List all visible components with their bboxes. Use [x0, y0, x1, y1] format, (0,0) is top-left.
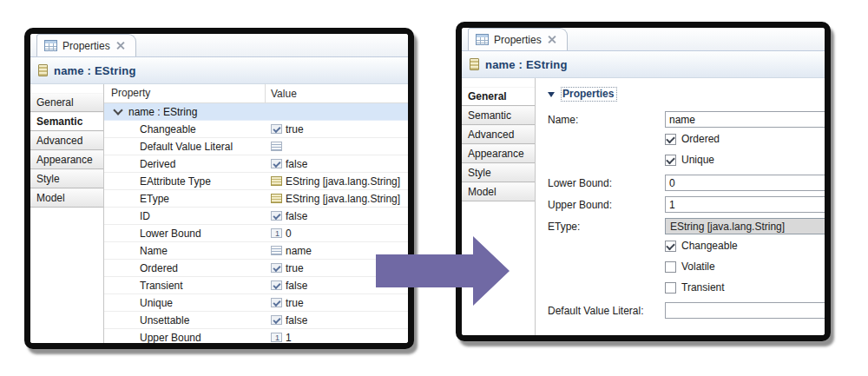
form-field-row: Ordered	[665, 133, 825, 145]
eattribute-icon	[38, 64, 48, 76]
property-value-text: false	[286, 314, 307, 327]
property-value-cell: name	[266, 245, 312, 257]
property-name-cell: Derived	[104, 158, 266, 170]
property-row[interactable]: Transientfalse	[104, 277, 408, 294]
property-row[interactable]: Changeabletrue	[104, 121, 408, 138]
form-field-row: Changeable	[665, 240, 825, 252]
section-header-properties[interactable]: Properties	[548, 87, 825, 102]
close-icon[interactable]	[115, 41, 125, 50]
property-value-cell: EString [java.lang.String]	[266, 193, 400, 205]
upper-bound-input[interactable]	[665, 196, 825, 213]
checkbox-label: Ordered	[681, 133, 720, 145]
properties-view-icon	[476, 34, 489, 45]
properties-tab[interactable]: Properties	[468, 28, 568, 50]
selection-title: name : EString	[485, 58, 568, 71]
property-row[interactable]: Default Value Literal	[104, 138, 408, 155]
integer-icon	[271, 333, 282, 342]
column-header-value[interactable]: Value	[266, 88, 297, 100]
column-header-property[interactable]: Property	[104, 84, 266, 102]
form-field-row: Unique	[665, 154, 825, 166]
property-row[interactable]: Namename	[104, 242, 408, 260]
view-tabbar: Properties	[462, 28, 825, 51]
property-value-cell: false	[266, 314, 307, 327]
string-icon	[271, 246, 282, 255]
form-field-row: Volatile	[665, 261, 825, 273]
property-value-cell: false	[266, 280, 307, 292]
tree-root-row[interactable]: name : EString	[104, 103, 408, 121]
name-input[interactable]	[665, 111, 825, 128]
property-value-cell: 0	[266, 228, 292, 240]
property-row[interactable]: Orderedtrue	[104, 260, 408, 277]
field-wrap	[665, 196, 825, 213]
property-name-cell: Name	[104, 245, 266, 257]
property-row[interactable]: Uniquetrue	[104, 294, 408, 312]
property-row[interactable]: IDfalse	[104, 208, 408, 225]
checkbox-label: Volatile	[681, 261, 715, 273]
unique-checkbox[interactable]	[665, 155, 676, 166]
property-value-cell: true	[266, 262, 304, 274]
property-name-cell: ID	[104, 210, 266, 222]
volatile-checkbox[interactable]	[665, 261, 676, 273]
field-wrap: EString [java.lang.String]	[665, 218, 825, 234]
default-value-literal-input[interactable]	[665, 302, 825, 319]
changeable-checkbox[interactable]	[665, 241, 676, 252]
field-label: EType:	[548, 221, 665, 233]
category-tab-general[interactable]: General	[462, 87, 535, 106]
category-tab-appearance[interactable]: Appearance	[462, 144, 535, 163]
property-name-cell: Changeable	[104, 123, 266, 135]
property-value-text: false	[286, 210, 307, 222]
category-tab-advanced[interactable]: Advanced	[30, 131, 103, 150]
property-value-cell: true	[266, 297, 304, 309]
canvas: Properties name : EString GeneralSemanti…	[0, 0, 868, 376]
category-tab-general[interactable]: General	[30, 93, 103, 112]
property-value-cell: EString [java.lang.String]	[266, 175, 400, 188]
properties-view-before: Properties name : EString GeneralSemanti…	[24, 28, 414, 349]
property-row[interactable]: Lower Bound0	[104, 225, 408, 242]
category-tab-advanced[interactable]: Advanced	[462, 125, 535, 144]
property-name-cell: Transient	[104, 280, 266, 292]
chevron-expanded-icon[interactable]	[113, 105, 122, 115]
literal-icon	[271, 142, 282, 151]
ordered-checkbox[interactable]	[665, 134, 676, 145]
boolean-icon	[271, 211, 282, 221]
property-row[interactable]: Unsettablefalse	[104, 312, 408, 329]
property-table: Property Value name : EString Changeable…	[104, 84, 408, 344]
close-icon[interactable]	[547, 35, 556, 44]
tree-root-label: name : EString	[128, 106, 197, 118]
property-row[interactable]: ETypeEString [java.lang.String]	[104, 190, 408, 208]
form-field-row: Transient	[665, 281, 825, 294]
property-row[interactable]: Derivedfalse	[104, 155, 408, 173]
property-value-text: false	[286, 280, 307, 292]
boolean-icon	[271, 298, 282, 307]
properties-tab[interactable]: Properties	[36, 34, 136, 56]
property-name-cell: Lower Bound	[104, 228, 266, 240]
field-wrap	[665, 175, 825, 191]
category-tab-semantic[interactable]: Semantic	[30, 112, 103, 131]
category-tab-model[interactable]: Model	[462, 182, 535, 201]
property-row[interactable]: EAttribute TypeEString [java.lang.String…	[104, 173, 408, 190]
etype-field: EString [java.lang.String]	[665, 218, 825, 234]
category-tab-semantic[interactable]: Semantic	[462, 106, 535, 125]
transient-checkbox[interactable]	[665, 282, 676, 294]
property-value-text: name	[286, 245, 312, 257]
category-tab-style[interactable]: Style	[30, 169, 103, 188]
property-value-text: false	[286, 158, 307, 170]
property-value-cell: false	[266, 210, 307, 222]
checkbox-label: Unique	[681, 154, 714, 166]
selection-header: name : EString	[30, 57, 408, 84]
field-wrap	[665, 111, 825, 128]
selection-title: name : EString	[54, 64, 136, 77]
lower-bound-input[interactable]	[665, 175, 825, 191]
datatype-icon	[271, 176, 282, 186]
property-value-cell: true	[266, 123, 304, 135]
property-row[interactable]: Upper Bound1	[104, 329, 408, 344]
category-tab-model[interactable]: Model	[30, 188, 103, 208]
category-tab-style[interactable]: Style	[462, 163, 535, 182]
transition-arrow	[376, 234, 511, 307]
form-field-row: Default Value Literal:	[548, 302, 825, 319]
boolean-icon	[271, 280, 282, 290]
field-label: Lower Bound:	[548, 177, 665, 189]
category-tab-appearance[interactable]: Appearance	[30, 150, 103, 169]
section-label: Properties	[561, 87, 617, 102]
category-tab-list-left: GeneralSemanticAdvancedAppearanceStyleMo…	[30, 84, 104, 344]
